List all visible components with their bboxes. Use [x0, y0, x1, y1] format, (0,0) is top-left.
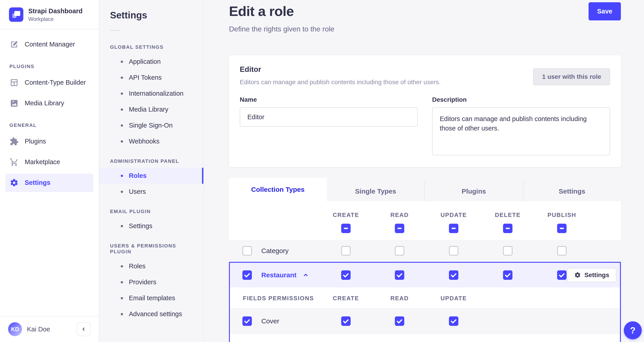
subnav-item-label: Media Library: [129, 106, 168, 113]
sidebar-item-label: Media Library: [25, 100, 64, 107]
sidebar-nav: Content Manager Plugins Content-Type Bui…: [0, 30, 99, 192]
select-all-update-checkbox[interactable]: [449, 224, 458, 233]
category-delete-checkbox[interactable]: [503, 246, 512, 255]
subnav-section-users-permissions-plugin: Users & Permissions Plugin: [99, 234, 203, 258]
bullet-icon: [121, 313, 123, 315]
gear-icon: [574, 272, 581, 278]
subnav-item-roles-admin[interactable]: Roles: [99, 168, 203, 184]
permissions-table: Create Read Update Delete Publish Catego…: [229, 201, 621, 342]
fields-permissions-label: Fields permissions: [243, 295, 314, 302]
bullet-icon: [121, 61, 123, 63]
category-create-checkbox[interactable]: [341, 246, 350, 255]
category-row-toggle[interactable]: Category: [229, 246, 289, 255]
sidebar-footer: KD Kai Doe: [0, 316, 99, 342]
subnav-item-label: Advanced settings: [129, 310, 182, 318]
subnav-item-roles-up[interactable]: Roles: [99, 258, 203, 274]
category-update-checkbox[interactable]: [449, 246, 458, 255]
restaurant-delete-checkbox[interactable]: [503, 270, 512, 280]
help-button[interactable]: ?: [624, 321, 642, 339]
select-all-publish-checkbox[interactable]: [557, 224, 566, 233]
table-row-category: Category: [229, 240, 621, 262]
brand[interactable]: Strapi Dashboard Workplace: [0, 0, 99, 30]
chevron-left-icon: [81, 326, 87, 332]
brand-subtitle: Workplace: [28, 16, 82, 22]
column-header-delete: Delete: [495, 212, 521, 218]
subnav-item-email-settings[interactable]: Settings: [99, 218, 203, 234]
restaurant-update-checkbox[interactable]: [449, 270, 458, 280]
bullet-icon: [121, 175, 123, 177]
tab-single-types[interactable]: Single Types: [327, 181, 425, 201]
users-with-role-button[interactable]: 1 user with this role: [533, 68, 610, 85]
sidebar-collapse-button[interactable]: [77, 322, 91, 336]
image-icon: [10, 99, 19, 108]
sidebar-item-label: Settings: [25, 179, 50, 186]
bullet-icon: [121, 124, 123, 127]
sidebar-item-marketplace[interactable]: Marketplace: [6, 153, 94, 171]
feather-pen-icon: [10, 40, 19, 49]
subnav-item-internationalization[interactable]: Internationalization: [99, 86, 203, 102]
shopping-cart-icon: [10, 157, 19, 167]
sidebar-item-content-type-builder[interactable]: Content-Type Builder: [6, 74, 94, 92]
category-select-checkbox[interactable]: [242, 246, 252, 255]
sidebar-section-general: General: [6, 113, 94, 132]
avatar[interactable]: KD: [8, 322, 22, 336]
subnav-item-label: API Tokens: [129, 74, 162, 81]
restaurant-expanded-panel: Restaurant Settings Fields permissio: [229, 262, 621, 342]
sidebar-item-content-manager[interactable]: Content Manager: [6, 35, 94, 54]
bullet-icon: [121, 77, 123, 79]
restaurant-settings-button[interactable]: Settings: [567, 268, 616, 282]
role-title: Editor: [240, 65, 441, 74]
restaurant-read-checkbox[interactable]: [395, 270, 404, 280]
name-field-label: Name: [240, 96, 418, 103]
restaurant-row-toggle[interactable]: Restaurant: [230, 270, 309, 280]
select-all-create-checkbox[interactable]: [341, 224, 350, 233]
select-all-read-checkbox[interactable]: [395, 224, 404, 233]
subnav-item-advanced-settings[interactable]: Advanced settings: [99, 306, 203, 322]
subnav-item-webhooks[interactable]: Webhooks: [99, 133, 203, 149]
row-label: Cover: [261, 317, 279, 325]
bullet-icon: [121, 109, 123, 111]
permissions-tabs: Collection Types Single Types Plugins Se…: [229, 178, 621, 201]
main-content: Edit a role Define the rights given to t…: [204, 0, 644, 342]
restaurant-create-checkbox[interactable]: [341, 270, 350, 280]
sidebar-item-plugins[interactable]: Plugins: [6, 132, 94, 151]
tab-settings[interactable]: Settings: [523, 181, 621, 201]
column-header-update: Update: [441, 212, 467, 218]
tab-collection-types[interactable]: Collection Types: [229, 178, 327, 201]
sidebar-item-settings[interactable]: Settings: [6, 174, 94, 192]
bullet-icon: [121, 140, 123, 143]
bullet-icon: [121, 265, 123, 267]
cover-row-label-wrap[interactable]: Cover: [230, 316, 279, 326]
column-header-read: Read: [390, 212, 409, 218]
subnav-item-email-templates[interactable]: Email templates: [99, 290, 203, 306]
name-input[interactable]: [240, 107, 418, 127]
permissions-table-header: Create Read Update Delete Publish: [229, 201, 621, 240]
subnav-item-application[interactable]: Application: [99, 54, 203, 70]
category-read-checkbox[interactable]: [395, 246, 404, 255]
subnav-item-providers[interactable]: Providers: [99, 274, 203, 290]
category-publish-checkbox[interactable]: [557, 246, 566, 255]
subnav-item-single-sign-on[interactable]: Single Sign-On: [99, 117, 203, 133]
sidebar-item-label: Content Manager: [25, 41, 75, 48]
restaurant-select-checkbox[interactable]: [242, 270, 252, 280]
cover-update-checkbox[interactable]: [449, 316, 458, 326]
description-textarea[interactable]: Editors can manage and publish contents …: [432, 107, 610, 155]
subnav-item-api-tokens[interactable]: API Tokens: [99, 70, 203, 86]
bullet-icon: [121, 225, 123, 227]
cover-create-checkbox[interactable]: [341, 316, 350, 326]
fields-permissions-header: Fields permissions Create Read Update: [230, 287, 620, 308]
bullet-icon: [121, 191, 123, 193]
restaurant-publish-checkbox[interactable]: [557, 270, 566, 280]
description-field-label: Description: [432, 96, 610, 103]
tab-plugins[interactable]: Plugins: [424, 181, 523, 201]
role-card: Editor Editors can manage and publish co…: [229, 55, 621, 167]
cover-read-checkbox[interactable]: [395, 316, 404, 326]
select-all-delete-checkbox[interactable]: [503, 224, 512, 233]
cover-select-checkbox[interactable]: [242, 316, 252, 326]
subnav-item-users[interactable]: Users: [99, 184, 203, 200]
sidebar-item-media-library[interactable]: Media Library: [6, 94, 94, 113]
save-button[interactable]: Save: [588, 2, 621, 21]
subnav-section-email-plugin: Email Plugin: [99, 200, 203, 218]
strapi-logo-icon: [9, 8, 23, 22]
subnav-item-media-library[interactable]: Media Library: [99, 102, 203, 117]
